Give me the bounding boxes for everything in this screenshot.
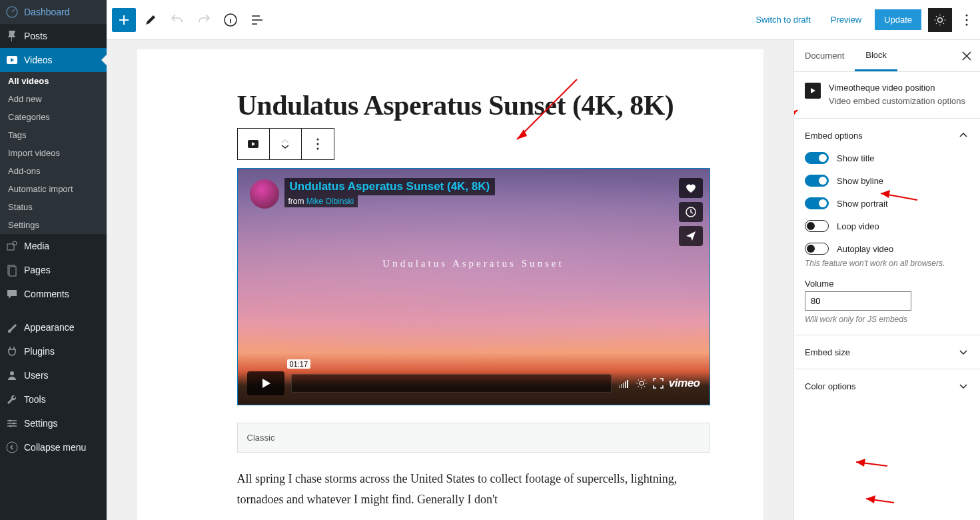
collapse-icon — [5, 441, 19, 454]
sidebar-label: Collapse menu — [24, 442, 86, 453]
panel-embed-options: Embed options Show title Show byline — [794, 118, 980, 335]
video-volume-icon[interactable] — [618, 379, 630, 388]
toggle-show-title[interactable] — [805, 152, 829, 164]
switch-to-draft-button[interactable]: Switch to draft — [749, 11, 817, 29]
tab-document[interactable]: Document — [794, 41, 855, 70]
edit-mode-button[interactable] — [139, 8, 163, 32]
video-share-button[interactable] — [679, 226, 703, 246]
block-more-button[interactable] — [302, 129, 334, 159]
video-watch-later-button[interactable] — [679, 202, 703, 222]
panel-head-embed-options[interactable]: Embed options — [794, 119, 980, 152]
classic-block[interactable]: Classic — [237, 423, 710, 453]
sidebar-label: Comments — [24, 289, 69, 299]
block-title: Vimeotheque video position — [829, 83, 965, 93]
svg-rect-24 — [621, 384, 622, 388]
video-like-button[interactable] — [679, 178, 703, 198]
panel-title: Embed size — [805, 347, 850, 357]
sidebar-item-posts[interactable]: Posts — [0, 24, 107, 48]
outline-button[interactable] — [245, 8, 269, 32]
pin-icon — [5, 29, 19, 43]
video-author-avatar[interactable] — [250, 179, 279, 209]
sidebar-sub-tags[interactable]: Tags — [0, 126, 107, 144]
update-button[interactable]: Update — [875, 9, 921, 30]
wrench-icon — [5, 393, 19, 406]
chevron-up-icon — [957, 129, 969, 141]
undo-button[interactable] — [165, 8, 189, 32]
video-title-bar: Undulatus Asperatus Sunset (4K, 8K) — [284, 178, 496, 195]
toggle-show-portrait[interactable] — [805, 197, 829, 209]
tab-block[interactable]: Block — [855, 41, 897, 71]
add-block-button[interactable] — [112, 8, 136, 32]
editor-canvas[interactable]: Undulatus Asperatus Sunset (4K, 8K) Undu… — [107, 40, 793, 520]
sidebar-item-comments[interactable]: Comments — [0, 282, 107, 306]
sidebar-item-dashboard[interactable]: Dashboard — [0, 0, 107, 24]
svg-point-8 — [9, 420, 11, 422]
more-options-button[interactable] — [959, 8, 975, 32]
svg-point-18 — [316, 139, 318, 141]
sidebar-sub-settings[interactable]: Settings — [0, 216, 107, 234]
sidebar-submenu-videos: All videos Add new Categories Tags Impor… — [0, 72, 107, 234]
sidebar-sub-status[interactable]: Status — [0, 198, 107, 216]
toggle-loop-video[interactable] — [805, 220, 829, 232]
svg-marker-38 — [866, 495, 875, 503]
sidebar-sub-import[interactable]: Import videos — [0, 144, 107, 162]
sidebar-item-plugins[interactable]: Plugins — [0, 339, 107, 363]
video-center-caption: Undulatus Asperatus Sunset — [382, 257, 564, 269]
sidebar-label: Pages — [24, 265, 51, 275]
svg-rect-25 — [623, 383, 624, 388]
toggle-autoplay-video[interactable] — [805, 243, 829, 255]
video-title-link[interactable]: Undulatus Asperatus Sunset (4K, 8K) — [290, 180, 490, 193]
sidebar-sub-add-new[interactable]: Add new — [0, 90, 107, 108]
sidebar-sub-categories[interactable]: Categories — [0, 108, 107, 126]
info-button[interactable] — [219, 8, 243, 32]
block-toolbar — [237, 128, 334, 160]
video-settings-icon[interactable] — [636, 377, 648, 389]
sidebar-label: Users — [24, 370, 49, 381]
sidebar-item-tools[interactable]: Tools — [0, 387, 107, 411]
sidebar-sub-all-videos[interactable]: All videos — [0, 72, 107, 90]
block-type-button[interactable] — [238, 129, 270, 159]
svg-rect-6 — [9, 267, 16, 276]
sidebar-item-settings[interactable]: Settings — [0, 411, 107, 435]
svg-rect-27 — [627, 380, 628, 388]
svg-line-35 — [856, 462, 887, 466]
settings-toggle-button[interactable] — [928, 8, 952, 32]
panel-head-embed-size[interactable]: Embed size — [794, 335, 980, 369]
user-icon — [5, 369, 19, 382]
svg-rect-26 — [625, 381, 626, 388]
svg-point-11 — [7, 442, 17, 453]
video-progress-bar[interactable] — [291, 374, 612, 393]
video-fullscreen-icon[interactable] — [653, 378, 664, 389]
inspector-close-button[interactable] — [959, 48, 975, 64]
block-move-button[interactable] — [270, 129, 302, 159]
sidebar-item-appearance[interactable]: Appearance — [0, 315, 107, 339]
toggle-show-byline[interactable] — [805, 175, 829, 187]
video-embed-block[interactable]: Undulatus Asperatus Sunset (4K, 8K) from… — [237, 168, 710, 405]
video-play-button[interactable] — [247, 371, 284, 395]
svg-line-37 — [866, 499, 894, 503]
editor: Switch to draft Preview Update Undulatus… — [107, 0, 980, 520]
sidebar-sub-addons[interactable]: Add-ons — [0, 162, 107, 180]
preview-button[interactable]: Preview — [824, 11, 868, 29]
sidebar-item-users[interactable]: Users — [0, 363, 107, 387]
toggle-label: Show byline — [837, 176, 883, 186]
svg-marker-30 — [811, 88, 815, 93]
toggle-label: Show portrait — [837, 199, 888, 209]
sidebar-item-collapse[interactable]: Collapse menu — [0, 435, 107, 459]
redo-button[interactable] — [192, 8, 216, 32]
dashboard-icon — [5, 5, 19, 19]
panel-head-color-options[interactable]: Color options — [794, 369, 980, 403]
sidebar-item-pages[interactable]: Pages — [0, 258, 107, 282]
autoplay-help-text: This feature won't work on all browsers. — [805, 259, 969, 268]
vimeo-logo[interactable]: vimeo — [669, 377, 700, 390]
volume-input[interactable] — [805, 291, 911, 311]
svg-rect-23 — [619, 385, 620, 388]
post-title[interactable]: Undulatus Asperatus Sunset (4K, 8K) — [237, 89, 710, 121]
editor-toolbar: Switch to draft Preview Update — [107, 0, 980, 40]
sidebar-item-videos[interactable]: Videos — [0, 48, 107, 72]
post-body-text[interactable]: All spring I chase storms across the Uni… — [237, 469, 710, 509]
video-author-link[interactable]: Mike Olbinski — [306, 197, 354, 206]
block-header: Vimeotheque video position Video embed c… — [794, 72, 980, 118]
sidebar-item-media[interactable]: Media — [0, 234, 107, 258]
sidebar-sub-auto-import[interactable]: Automatic import — [0, 180, 107, 198]
